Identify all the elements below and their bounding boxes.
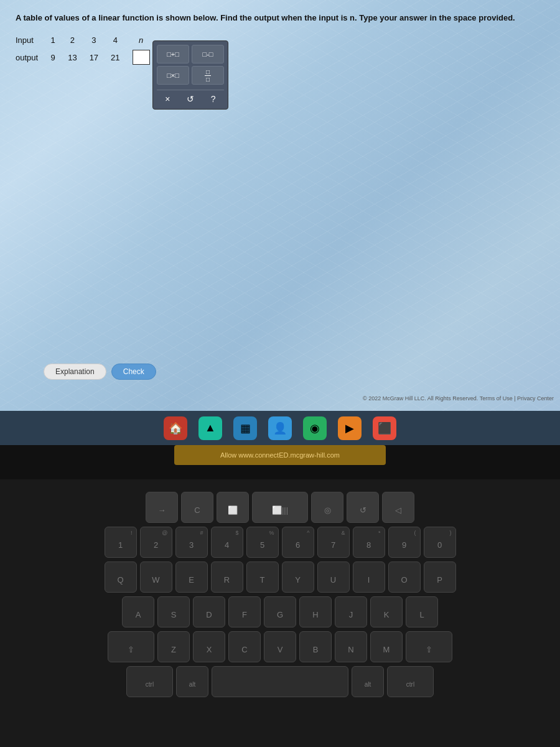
key-w[interactable]: W <box>140 561 172 593</box>
key-7[interactable]: &7 <box>317 527 350 558</box>
keyboard-asdf-row: A S D F G H J K L <box>122 596 438 627</box>
key-b[interactable]: B <box>299 631 332 662</box>
key-k[interactable]: K <box>370 596 403 627</box>
bottom-buttons: Explanation Check <box>44 364 156 380</box>
input-val-1: 1 <box>44 33 62 47</box>
key-e[interactable]: E <box>175 561 208 593</box>
table-row-output: output 9 13 17 21 <box>16 47 156 67</box>
key-f[interactable]: F <box>228 596 261 627</box>
fraction-button[interactable]: □ □ <box>192 66 224 85</box>
output-label: output <box>16 47 44 67</box>
key-t[interactable]: T <box>246 561 279 593</box>
input-val-n: n <box>126 33 156 47</box>
key-u[interactable]: U <box>317 561 350 593</box>
notification-text: Allow www.connectED.mcgraw-hill.com <box>220 451 340 459</box>
key-1[interactable]: !1 <box>105 527 137 558</box>
key-8[interactable]: *8 <box>353 527 385 558</box>
undo-button[interactable]: ↺ <box>182 93 199 105</box>
taskbar-icon-stop[interactable]: ⬛ <box>373 416 396 440</box>
key-3[interactable]: #3 <box>175 527 208 558</box>
notification-bar[interactable]: Allow www.connectED.mcgraw-hill.com <box>174 445 386 465</box>
key-g[interactable]: G <box>264 596 296 627</box>
output-val-3: 17 <box>83 47 105 67</box>
input-val-4: 4 <box>105 33 126 47</box>
key-i[interactable]: I <box>353 561 385 593</box>
taskbar-icon-play[interactable]: ▶ <box>338 416 362 440</box>
question-text: A table of values of a linear function i… <box>16 12 544 24</box>
stop-icon: ⬛ <box>378 421 391 435</box>
fraction-symbol: □ □ <box>205 68 211 83</box>
key-y[interactable]: Y <box>282 561 314 593</box>
key-d[interactable]: D <box>193 596 225 627</box>
key-6[interactable]: ^6 <box>282 527 314 558</box>
key-shift-left[interactable]: ⇧ <box>108 631 154 662</box>
multiply-button[interactable]: □×□ <box>157 66 189 85</box>
key-r[interactable]: R <box>211 561 243 593</box>
key-screenshot[interactable]: ⬜ <box>217 492 249 523</box>
key-h[interactable]: H <box>299 596 332 627</box>
key-o[interactable]: O <box>388 561 421 593</box>
key-q[interactable]: Q <box>105 561 137 593</box>
clear-button[interactable]: × <box>160 93 175 105</box>
key-s[interactable]: S <box>157 596 190 627</box>
key-vol-up[interactable]: ◁ <box>382 492 414 523</box>
output-val-n[interactable] <box>126 47 156 67</box>
key-a[interactable]: A <box>122 596 154 627</box>
key-shift-right[interactable]: ⇧ <box>406 631 452 662</box>
home-icon: 🏠 <box>169 421 182 435</box>
table-row-input: Input 1 2 3 4 n <box>16 33 156 47</box>
taskbar: 🏠 ▲ ▦ 👤 ◉ ▶ ⬛ <box>0 411 560 445</box>
taskbar-icon-grid[interactable]: ▦ <box>233 416 257 440</box>
subtract-button[interactable]: □-□ <box>192 45 224 63</box>
keyboard-num-row: !1 @2 #3 $4 %5 ^6 &7 *8 (9 )0 <box>105 527 456 558</box>
math-toolbar-bottom: × ↺ ? <box>157 90 224 105</box>
key-ctrl[interactable]: ctrl <box>126 666 173 697</box>
key-j[interactable]: J <box>335 596 367 627</box>
taskbar-icon-home[interactable]: 🏠 <box>164 416 187 440</box>
add-symbol: □+□ <box>167 50 179 58</box>
check-button[interactable]: Check <box>111 364 156 380</box>
key-c[interactable]: C <box>228 631 261 662</box>
input-val-3: 3 <box>83 33 105 47</box>
taskbar-icon-alert[interactable]: ▲ <box>198 416 222 440</box>
key-mute[interactable]: ◎ <box>311 492 343 523</box>
chrome-icon: ◉ <box>310 421 320 435</box>
key-fullscreen[interactable]: ⬜||| <box>252 492 308 523</box>
output-val-1: 9 <box>44 47 62 67</box>
key-m[interactable]: M <box>370 631 403 662</box>
taskbar-icon-chrome[interactable]: ◉ <box>303 416 327 440</box>
output-val-2: 13 <box>62 47 83 67</box>
multiply-symbol: □×□ <box>167 72 179 79</box>
key-p[interactable]: P <box>424 561 456 593</box>
help-button[interactable]: ? <box>206 93 221 105</box>
input-label: Input <box>16 33 44 47</box>
key-alt[interactable]: alt <box>176 666 208 697</box>
user-icon: 👤 <box>273 421 287 435</box>
key-alt-right[interactable]: alt <box>352 666 384 697</box>
question-area: A table of values of a linear function i… <box>9 6 551 73</box>
key-x[interactable]: X <box>193 631 225 662</box>
keyboard-qwerty-row: Q W E R T Y U I O P <box>105 561 456 593</box>
alert-icon: ▲ <box>205 421 216 435</box>
add-button[interactable]: □+□ <box>157 45 189 63</box>
key-z[interactable]: Z <box>157 631 190 662</box>
key-9[interactable]: (9 <box>388 527 421 558</box>
key-ctrl-right[interactable]: ctrl <box>387 666 434 697</box>
key-refresh[interactable]: C <box>181 492 213 523</box>
key-l[interactable]: L <box>406 596 438 627</box>
key-space[interactable] <box>212 666 348 697</box>
key-n[interactable]: N <box>335 631 367 662</box>
key-vol-down[interactable]: ↺ <box>347 492 379 523</box>
key-5[interactable]: %5 <box>246 527 279 558</box>
key-4[interactable]: $4 <box>211 527 243 558</box>
key-v[interactable]: V <box>264 631 296 662</box>
output-val-4: 21 <box>105 47 126 67</box>
explanation-button[interactable]: Explanation <box>44 364 106 380</box>
table-container: Input 1 2 3 4 n output 9 13 17 21 <box>16 33 544 67</box>
keyboard-area: → C ⬜ ⬜||| ◎ ↺ ◁ !1 @2 #3 $4 %5 ^6 &7 *8… <box>0 479 560 747</box>
subtract-symbol: □-□ <box>203 50 213 58</box>
key-2[interactable]: @2 <box>140 527 172 558</box>
taskbar-icon-user[interactable]: 👤 <box>268 416 292 440</box>
key-0[interactable]: )0 <box>424 527 456 558</box>
key-back[interactable]: → <box>146 492 178 523</box>
